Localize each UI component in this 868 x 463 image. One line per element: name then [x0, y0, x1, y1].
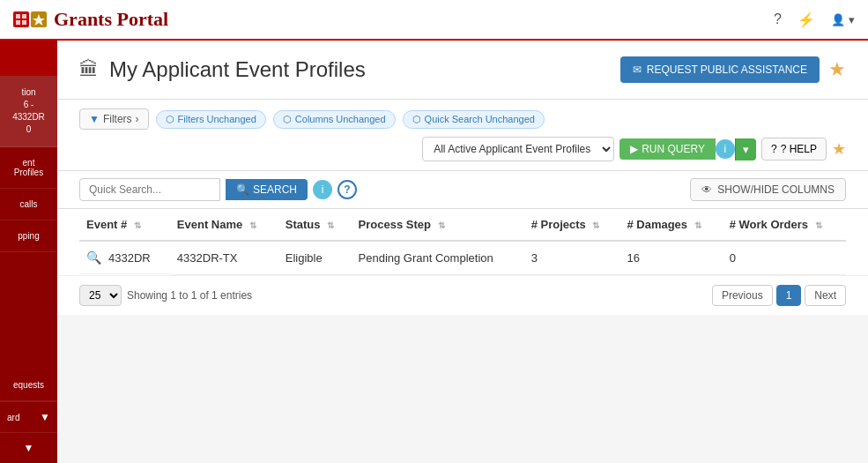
favorite-star-icon[interactable]: ★: [828, 58, 846, 81]
pagination-bar: 25 Showing 1 to 1 of 1 entries Previous …: [57, 275, 868, 315]
row-search-icon[interactable]: 🔍: [86, 250, 101, 265]
user-menu[interactable]: 👤 ▾: [831, 13, 855, 26]
header-actions: ✉ REQUEST PUBLIC ASSISTANCE ★: [620, 56, 846, 83]
search-bar: 🔍 SEARCH i ? 👁 SHOW/HIDE COLUMNS: [57, 171, 868, 209]
search-magnifier-icon: 🔍: [236, 183, 249, 196]
run-query-info-button[interactable]: i: [716, 139, 735, 159]
sort-icon-process-step: ⇅: [438, 220, 445, 230]
tag-icon-2: ⬡: [283, 114, 292, 125]
page-title-area: 🏛 My Applicant Event Profiles: [79, 57, 366, 82]
filters-unchanged-tag[interactable]: ⬡ Filters Unchanged: [156, 110, 266, 129]
header-right: ? ⚡ 👤 ▾: [774, 11, 855, 28]
td-projects: 3: [524, 241, 620, 274]
table-container: Event # ⇅ Event Name ⇅ Status ⇅ Proces: [57, 209, 868, 275]
table-header-row: Event # ⇅ Event Name ⇅ Status ⇅ Proces: [79, 209, 846, 241]
sidebar-item-pping[interactable]: pping: [0, 220, 57, 252]
help-icon[interactable]: ?: [774, 11, 782, 27]
td-event-name: 4332DR-TX: [170, 241, 278, 274]
per-page-area: 25 Showing 1 to 1 of 1 entries: [79, 285, 252, 306]
th-event-num[interactable]: Event # ⇅: [79, 209, 170, 241]
run-query-button[interactable]: ▶ RUN QUERY: [619, 138, 716, 160]
showing-text: Showing 1 to 1 of 1 entries: [127, 289, 252, 302]
td-process-step: Pending Grant Completion: [352, 241, 524, 274]
sidebar-item-expand[interactable]: ▼: [0, 432, 57, 463]
page-header: 🏛 My Applicant Event Profiles ✉ REQUEST …: [57, 41, 868, 100]
play-icon: ▶: [630, 143, 638, 155]
page-title: My Applicant Event Profiles: [109, 57, 366, 82]
svg-rect-1: [22, 14, 26, 19]
logo-icon-1: [13, 11, 29, 27]
sort-icon-status: ⇅: [327, 220, 334, 230]
search-help-button[interactable]: ?: [338, 180, 357, 199]
svg-rect-0: [16, 14, 20, 19]
main-layout: tion 6 - 4332DR 0 ent Profiles calls ppi…: [0, 41, 868, 463]
next-button[interactable]: Next: [805, 285, 846, 306]
sort-icon-event-num: ⇅: [134, 220, 141, 230]
profile-filter-select[interactable]: All Active Applicant Event Profiles: [422, 137, 614, 161]
logo-icons: [13, 11, 47, 27]
eye-icon: 👁: [701, 183, 712, 196]
sidebar-item-event-profiles[interactable]: ent Profiles: [0, 147, 57, 189]
td-status: Eligible: [278, 241, 352, 274]
sidebar-item-requests[interactable]: equests: [0, 370, 57, 401]
content-area: 🏛 My Applicant Event Profiles ✉ REQUEST …: [57, 41, 868, 463]
th-process-step[interactable]: Process Step ⇅: [352, 209, 524, 241]
run-query-group: ▶ RUN QUERY i ▾: [619, 138, 756, 161]
filter-select-area: All Active Applicant Event Profiles ▶ RU…: [422, 137, 846, 161]
td-work-orders: 0: [723, 241, 846, 274]
td-search-action[interactable]: 🔍 4332DR: [79, 242, 170, 274]
quick-search-unchanged-tag[interactable]: ⬡ Quick Search Unchanged: [403, 110, 545, 129]
pagination-controls: Previous 1 Next: [712, 285, 846, 306]
th-status[interactable]: Status ⇅: [278, 209, 352, 241]
tag-icon: ⬡: [166, 114, 174, 125]
sidebar-item-ard[interactable]: ard ▼: [0, 401, 57, 432]
sort-icon-damages: ⇅: [694, 220, 701, 230]
page-1-button[interactable]: 1: [776, 285, 802, 306]
envelope-icon: ✉: [633, 63, 642, 76]
user-dropdown-icon: ▾: [849, 13, 855, 26]
quick-search-input[interactable]: [79, 178, 220, 201]
filters-button[interactable]: ▼ Filters ›: [79, 108, 149, 130]
sidebar-accent: [0, 41, 57, 76]
per-page-select[interactable]: 25: [79, 285, 122, 306]
sort-icon-projects: ⇅: [592, 220, 599, 230]
svg-rect-3: [22, 20, 26, 25]
sidebar: tion 6 - 4332DR 0 ent Profiles calls ppi…: [0, 41, 57, 463]
th-event-name[interactable]: Event Name ⇅: [170, 209, 278, 241]
table-row: 🔍 4332DR 4332DR-TX Eligible Pending Gran…: [79, 241, 846, 274]
show-hide-columns-button[interactable]: 👁 SHOW/HIDE COLUMNS: [690, 178, 846, 201]
th-projects[interactable]: # Projects ⇅: [524, 209, 620, 241]
top-header: Grants Portal ? ⚡ 👤 ▾: [0, 0, 868, 41]
sort-icon-work-orders: ⇅: [815, 220, 822, 230]
question-icon: ?: [771, 143, 777, 155]
sort-icon-event-name: ⇅: [249, 220, 256, 230]
building-icon: 🏛: [79, 58, 99, 81]
svg-marker-4: [33, 14, 45, 26]
th-work-orders[interactable]: # Work Orders ⇅: [723, 209, 846, 241]
run-query-dropdown-button[interactable]: ▾: [735, 138, 756, 161]
search-info-button[interactable]: i: [313, 180, 332, 199]
search-button[interactable]: 🔍 SEARCH: [226, 179, 308, 200]
th-damages[interactable]: # Damages ⇅: [619, 209, 722, 241]
sidebar-bottom: equests ard ▼ ▼: [0, 370, 57, 463]
logo-icon-2: [31, 11, 47, 27]
request-public-assistance-button[interactable]: ✉ REQUEST PUBLIC ASSISTANCE: [620, 56, 820, 83]
columns-unchanged-tag[interactable]: ⬡ Columns Unchanged: [273, 110, 396, 129]
previous-button[interactable]: Previous: [712, 285, 773, 306]
sidebar-item-calls[interactable]: calls: [0, 189, 57, 220]
event-profiles-table: Event # ⇅ Event Name ⇅ Status ⇅ Proces: [79, 209, 846, 275]
help-button[interactable]: ? ? HELP: [761, 138, 827, 161]
svg-rect-2: [16, 20, 20, 25]
logo-title: Grants Portal: [54, 8, 168, 31]
filter-icon: ▼: [89, 113, 100, 125]
filter-bar: ▼ Filters › ⬡ Filters Unchanged ⬡ Column…: [57, 100, 868, 171]
sidebar-item-context[interactable]: tion 6 - 4332DR 0: [0, 76, 57, 147]
bolt-icon[interactable]: ⚡: [798, 11, 815, 28]
filter-favorite-icon[interactable]: ★: [832, 139, 846, 159]
td-damages: 16: [619, 241, 722, 274]
search-left: 🔍 SEARCH i ?: [79, 178, 357, 201]
logo-area: Grants Portal: [13, 8, 168, 31]
user-icon: 👤: [831, 13, 845, 26]
chevron-right-icon: ›: [136, 113, 139, 125]
tag-icon-3: ⬡: [412, 114, 421, 125]
